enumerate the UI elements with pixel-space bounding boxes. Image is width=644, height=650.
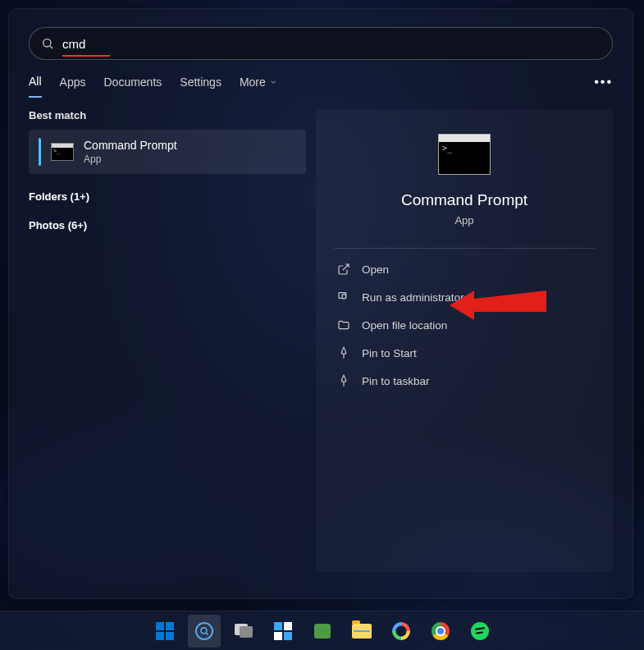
preview-subtitle: App	[454, 214, 473, 227]
task-view-button[interactable]	[227, 615, 260, 648]
tab-all[interactable]: All	[29, 75, 42, 98]
file-explorer-button[interactable]	[345, 615, 378, 648]
windows-logo-icon	[156, 622, 174, 640]
filter-tabs: All Apps Documents Settings More •••	[29, 75, 613, 98]
search-icon	[195, 622, 213, 640]
action-label: Open	[362, 263, 389, 276]
command-prompt-icon	[438, 134, 491, 175]
preview-pane: Command Prompt App Open Run as administr…	[316, 109, 613, 572]
divider	[334, 248, 595, 249]
best-match-item[interactable]: Command Prompt App	[29, 130, 306, 174]
start-search-panel: All Apps Documents Settings More ••• Bes…	[8, 8, 633, 599]
action-run-as-administrator[interactable]: Run as administrator	[334, 283, 595, 311]
widgets-icon	[274, 622, 292, 640]
command-prompt-icon	[51, 143, 74, 161]
action-pin-to-taskbar[interactable]: Pin to taskbar	[334, 367, 595, 395]
widgets-button[interactable]	[267, 615, 299, 648]
shield-icon	[337, 291, 350, 304]
svg-line-8	[205, 632, 208, 634]
action-open-file-location[interactable]: Open file location	[334, 311, 595, 339]
chrome-icon	[432, 622, 450, 640]
folder-icon	[352, 624, 372, 639]
start-button[interactable]	[148, 615, 181, 648]
chat-icon	[314, 624, 331, 639]
group-folders[interactable]: Folders (1+)	[29, 190, 306, 203]
search-input[interactable]	[62, 37, 601, 51]
tab-settings[interactable]: Settings	[180, 76, 222, 97]
results-column: Best match Command Prompt App Folders (1…	[29, 109, 306, 572]
tab-apps[interactable]: Apps	[60, 76, 86, 97]
group-photos[interactable]: Photos (6+)	[29, 219, 306, 231]
search-icon	[41, 37, 54, 50]
preview-title: Command Prompt	[401, 191, 528, 209]
chevron-down-icon	[269, 78, 277, 86]
search-button[interactable]	[188, 615, 221, 648]
action-label: Pin to taskbar	[362, 375, 430, 387]
tab-more[interactable]: More	[240, 76, 277, 97]
loop-icon	[392, 622, 410, 640]
svg-line-1	[50, 46, 53, 48]
svg-line-2	[343, 264, 349, 270]
action-pin-to-start[interactable]: Pin to Start	[334, 339, 595, 367]
action-label: Open file location	[362, 319, 447, 332]
pin-icon	[337, 374, 350, 387]
spotify-icon	[471, 622, 489, 640]
svg-point-0	[43, 39, 51, 47]
match-title: Command Prompt	[84, 139, 177, 152]
search-bar[interactable]	[29, 27, 613, 60]
taskbar	[0, 611, 644, 650]
action-list: Open Run as administrator Open file loca…	[334, 255, 595, 395]
action-label: Run as administrator	[362, 291, 464, 304]
chrome-button[interactable]	[424, 615, 457, 648]
open-external-icon	[337, 263, 350, 276]
overflow-menu-icon[interactable]: •••	[594, 75, 613, 98]
chat-button[interactable]	[306, 615, 339, 648]
tab-documents[interactable]: Documents	[103, 76, 162, 97]
action-label: Pin to Start	[362, 347, 417, 359]
action-open[interactable]: Open	[334, 255, 595, 283]
folder-icon	[337, 318, 350, 332]
task-view-icon	[235, 624, 253, 639]
best-match-label: Best match	[29, 109, 306, 121]
match-subtitle: App	[84, 153, 177, 165]
annotation-underline	[62, 55, 110, 57]
selection-accent	[39, 138, 41, 166]
pin-icon	[337, 346, 350, 359]
spotify-button[interactable]	[464, 615, 496, 648]
app-button-loop[interactable]	[385, 615, 418, 648]
